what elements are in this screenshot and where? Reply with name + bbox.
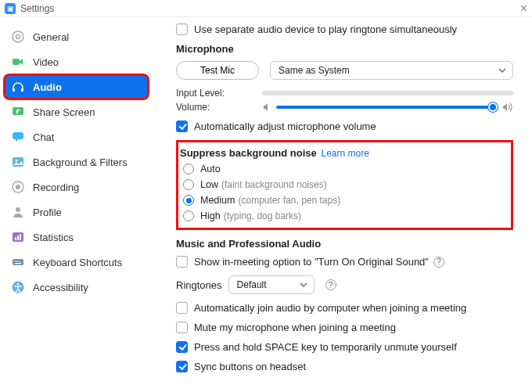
share-screen-icon: [11, 105, 25, 119]
checkbox-label: Sync buttons on headset: [194, 361, 306, 372]
settings-panel: Use separate audio device to play ringto…: [153, 17, 532, 392]
checkbox-original-sound[interactable]: [176, 256, 188, 268]
sidebar-item-label: Chat: [33, 131, 54, 143]
radio-hint: (typing, dog barks): [224, 210, 301, 221]
sidebar-item-video[interactable]: Video: [5, 50, 148, 74]
svg-point-18: [16, 261, 18, 262]
titlebar: ▣ Settings ×: [0, 0, 532, 17]
sidebar-item-label: Recording: [33, 182, 79, 193]
background-icon: [11, 155, 25, 169]
svg-rect-20: [15, 263, 21, 264]
music-heading: Music and Professional Audio: [176, 238, 513, 250]
profile-icon: [11, 205, 25, 219]
checkbox-label: Press and hold SPACE key to temporarily …: [194, 341, 457, 353]
input-level-meter: [262, 91, 513, 95]
chevron-down-icon: [300, 282, 307, 287]
ringtones-label: Ringtones: [176, 279, 222, 291]
sidebar-item-label: Accessibility: [33, 282, 88, 293]
help-icon[interactable]: ?: [433, 257, 444, 268]
checkbox-label: Use separate audio device to play ringto…: [194, 23, 457, 35]
svg-point-0: [13, 31, 23, 42]
microphone-heading: Microphone: [176, 43, 513, 55]
statistics-icon: [11, 230, 25, 244]
checkbox-sync-headset[interactable]: [176, 361, 188, 372]
svg-point-17: [14, 261, 16, 262]
sidebar-item-label: Share Screen: [33, 106, 95, 118]
headphones-icon: [11, 80, 25, 94]
svg-rect-14: [17, 236, 19, 240]
checkbox-space-unmute[interactable]: [176, 341, 188, 353]
volume-low-icon: [262, 102, 271, 112]
radio-indicator: [183, 179, 194, 190]
radio-label: Low: [200, 179, 218, 190]
checkbox-auto-join[interactable]: [176, 302, 188, 314]
keyboard-icon: [11, 255, 25, 269]
sidebar: General Video Audio Share Screen Chat Ba: [0, 17, 153, 392]
radio-hint: (computer fan, pen taps): [238, 195, 340, 206]
sidebar-item-general[interactable]: General: [5, 25, 148, 49]
test-mic-button[interactable]: Test Mic: [176, 61, 259, 80]
checkbox-auto-adjust[interactable]: [176, 120, 188, 132]
sidebar-item-label: General: [33, 31, 69, 43]
sidebar-item-audio[interactable]: Audio: [5, 75, 148, 99]
svg-point-10: [16, 185, 20, 189]
sidebar-item-background[interactable]: Background & Filters: [5, 150, 148, 174]
sidebar-item-statistics[interactable]: Statistics: [5, 225, 148, 249]
sidebar-item-accessibility[interactable]: Accessibility: [5, 275, 148, 299]
svg-rect-16: [13, 259, 23, 265]
radio-high[interactable]: High (typing, dog barks): [183, 210, 505, 221]
suppress-noise-section: Suppress background noise Learn more Aut…: [176, 140, 513, 230]
close-icon[interactable]: ×: [520, 2, 527, 16]
learn-more-link[interactable]: Learn more: [321, 148, 368, 159]
checkbox-label: Automatically adjust microphone volume: [194, 120, 376, 132]
chat-icon: [11, 130, 25, 144]
svg-point-19: [19, 261, 20, 262]
checkbox-label: Mute my microphone when joining a meetin…: [194, 322, 396, 333]
svg-rect-13: [15, 237, 16, 240]
svg-point-11: [16, 207, 20, 212]
recording-icon: [11, 180, 25, 194]
sidebar-item-recording[interactable]: Recording: [5, 175, 148, 199]
sidebar-item-label: Background & Filters: [33, 156, 128, 168]
mic-device-value: Same as System: [279, 65, 350, 76]
svg-rect-6: [13, 132, 23, 139]
svg-rect-4: [21, 88, 23, 92]
volume-high-icon: [502, 102, 513, 112]
checkbox-mute-join[interactable]: [176, 322, 188, 333]
chevron-down-icon: [498, 68, 506, 73]
sidebar-item-profile[interactable]: Profile: [5, 200, 148, 224]
accessibility-icon: [11, 280, 25, 294]
mic-device-select[interactable]: Same as System: [270, 61, 513, 80]
volume-knob[interactable]: [488, 102, 498, 112]
radio-indicator: [183, 210, 194, 221]
sidebar-item-share-screen[interactable]: Share Screen: [5, 100, 148, 124]
radio-medium[interactable]: Medium (computer fan, pen taps): [183, 195, 505, 206]
svg-rect-7: [13, 157, 23, 167]
radio-label: Medium: [200, 195, 235, 206]
window-title: Settings: [20, 3, 54, 14]
sidebar-item-keyboard[interactable]: Keyboard Shortcuts: [5, 250, 148, 274]
svg-rect-2: [13, 59, 20, 65]
radio-auto[interactable]: Auto: [183, 164, 505, 174]
svg-point-1: [16, 35, 20, 39]
radio-low[interactable]: Low (faint background noises): [183, 179, 505, 190]
svg-point-22: [17, 283, 20, 286]
radio-label: High: [200, 210, 221, 221]
ringtone-select[interactable]: Default: [228, 275, 315, 294]
video-icon: [11, 55, 25, 69]
input-level-label: Input Level:: [176, 88, 262, 99]
sidebar-item-label: Audio: [33, 81, 62, 93]
sidebar-item-label: Video: [33, 56, 59, 68]
suppress-heading: Suppress background noise: [180, 147, 317, 159]
volume-slider[interactable]: [276, 106, 498, 109]
sidebar-item-chat[interactable]: Chat: [5, 125, 148, 149]
sidebar-item-label: Keyboard Shortcuts: [33, 257, 122, 268]
radio-label: Auto: [200, 164, 221, 174]
sidebar-item-label: Profile: [33, 207, 62, 218]
help-icon[interactable]: ?: [325, 279, 336, 290]
svg-rect-3: [13, 88, 15, 92]
gear-icon: [11, 30, 25, 44]
checkbox-separate-audio[interactable]: [176, 23, 188, 35]
svg-point-8: [16, 160, 18, 162]
radio-indicator: [183, 195, 194, 206]
